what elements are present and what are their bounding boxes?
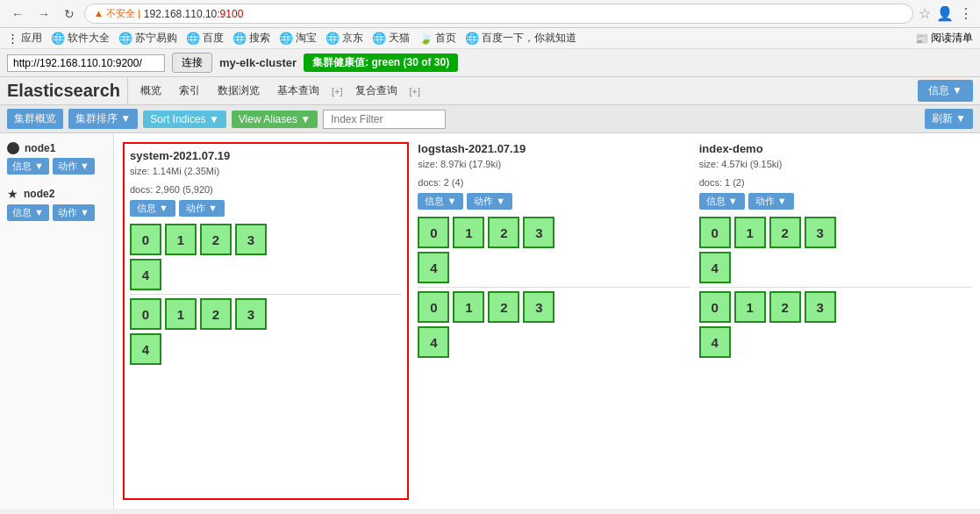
demo-shard-1-r: 1	[734, 291, 766, 323]
shard-row-demo-top: 0 1 2 3	[699, 217, 971, 248]
url-bar[interactable]: ▲ 不安全 | 192.168.110.10:9100	[84, 4, 913, 24]
navigation-bar: Elasticsearch 概览 索引 数据浏览 基本查询 [+] 复合查询 […	[0, 77, 980, 105]
index-system-node1-shards: 0 1 2 3 4	[130, 224, 402, 290]
index-logstash-node2-shards: 0 1 2 3 4	[418, 291, 690, 358]
bookmark-suning[interactable]: 🌐 苏宁易购	[118, 31, 177, 46]
node1-buttons: 信息 ▼ 动作 ▼	[7, 158, 106, 175]
forward-button[interactable]: →	[33, 5, 54, 23]
index-logstash-info-button[interactable]: 信息 ▼	[418, 193, 463, 210]
bookmark-search[interactable]: 🌐 搜索	[232, 31, 270, 46]
bookmark-software-label: 软件大全	[68, 31, 110, 46]
index-system-actions: 信息 ▼ 动作 ▼	[130, 200, 402, 217]
demo-shard-divider	[699, 287, 971, 288]
index-demo-info-button[interactable]: 信息 ▼	[699, 193, 745, 210]
lg-shard-4-r: 4	[418, 326, 449, 358]
demo-shard-4-r: 4	[699, 326, 731, 358]
index-system-docs: docs: 2,960 (5,920)	[130, 182, 402, 197]
shard-row-lg-top: 0 1 2 3	[418, 217, 690, 248]
index-logstash-actions: 信息 ▼ 动作 ▼	[418, 193, 690, 210]
shard-1: 1	[165, 224, 197, 255]
browser-menu-button[interactable]: ⋮	[959, 5, 973, 22]
tab-browse[interactable]: 数据浏览	[209, 79, 268, 103]
index-system-info-button[interactable]: 信息 ▼	[130, 200, 175, 217]
index-system-action-button[interactable]: 动作 ▼	[179, 200, 225, 217]
index-demo-node2-shards: 0 1 2 3 4	[699, 291, 971, 358]
sidebar-item-node1: node1 信息 ▼ 动作 ▼	[7, 142, 106, 175]
demo-shard-0-r: 0	[699, 291, 731, 323]
index-demo-node1-shards: 0 1 2 3 4	[699, 217, 971, 283]
shard-0: 0	[130, 224, 161, 255]
index-logstash-title: logstash-2021.07.19	[418, 142, 690, 155]
content-area: system-2021.07.19 size: 1.14Mi (2.35Mi) …	[114, 133, 980, 509]
lg-shard-1: 1	[453, 217, 484, 248]
back-button[interactable]: ←	[7, 5, 28, 23]
node2-buttons: 信息 ▼ 动作 ▼	[7, 204, 106, 221]
tab-basic-query[interactable]: 基本查询	[268, 79, 328, 103]
index-system-node2-shards: 0 1 2 3 4	[130, 298, 402, 365]
node2-header: ★ node2	[7, 187, 106, 201]
tianmao-icon: 🌐	[372, 32, 386, 45]
tab-complex-query[interactable]: 复合查询	[347, 79, 406, 103]
toolbar: 集群概览 集群排序 ▼ Sort Indices ▼ View Aliases …	[0, 105, 980, 133]
sort-indices-button[interactable]: Sort Indices ▼	[143, 111, 226, 128]
connect-button[interactable]: 连接	[172, 53, 212, 73]
node2-action-button[interactable]: 动作 ▼	[53, 204, 95, 221]
node1-action-button[interactable]: 动作 ▼	[53, 158, 95, 175]
refresh-button[interactable]: 刷新 ▼	[925, 109, 973, 129]
basic-query-plus[interactable]: [+]	[328, 82, 347, 101]
shard-row-lg-top-2: 0 1 2 3	[418, 291, 690, 323]
tab-overview[interactable]: 概览	[132, 79, 170, 103]
node2-star-icon: ★	[7, 187, 18, 201]
reading-list[interactable]: 📰 阅读清单	[915, 31, 973, 46]
shard-divider	[130, 294, 402, 295]
bookmark-star-button[interactable]: ☆	[919, 5, 931, 22]
bookmark-software[interactable]: 🌐 软件大全	[51, 31, 110, 46]
index-card-system: system-2021.07.19 size: 1.14Mi (2.35Mi) …	[123, 142, 409, 500]
shard-row-bottom: 4	[130, 259, 402, 290]
bookmark-baidu2[interactable]: 🌐 百度一下，你就知道	[465, 31, 576, 46]
lg-shard-0-r: 0	[418, 291, 449, 323]
node2-info-button[interactable]: 信息 ▼	[7, 204, 49, 221]
bookmark-jingdong[interactable]: 🌐 京东	[325, 31, 363, 46]
refresh-button[interactable]: ↻	[60, 5, 79, 23]
url-port: 9100	[220, 8, 244, 20]
demo-shard-3: 3	[805, 217, 836, 248]
cluster-overview-button[interactable]: 集群概览	[7, 109, 63, 129]
info-button[interactable]: 信息 ▼	[918, 80, 973, 102]
bookmark-search-label: 搜索	[249, 31, 270, 46]
bookmark-taobao[interactable]: 🌐 淘宝	[279, 31, 317, 46]
bookmark-baidu-label: 百度	[203, 31, 224, 46]
cluster-sort-button[interactable]: 集群排序 ▼	[68, 109, 138, 129]
sidebar: node1 信息 ▼ 动作 ▼ ★ node2 信息 ▼ 动作 ▼	[0, 133, 114, 509]
shard-row-top-2: 0 1 2 3	[130, 298, 402, 330]
shard-2-r: 2	[200, 298, 232, 330]
search-bk-icon: 🌐	[232, 32, 247, 45]
reading-list-label: 阅读清单	[931, 31, 973, 46]
taobao-icon: 🌐	[279, 32, 293, 45]
index-demo-title: index-demo	[699, 142, 971, 155]
lg-shard-3-r: 3	[523, 291, 554, 323]
demo-shard-3-r: 3	[805, 291, 836, 323]
connect-url-input[interactable]	[7, 54, 165, 72]
shard-0-r: 0	[130, 298, 161, 330]
shard-2: 2	[200, 224, 232, 255]
node1-info-button[interactable]: 信息 ▼	[7, 158, 49, 175]
profile-button[interactable]: 👤	[936, 5, 954, 22]
main-layout: node1 信息 ▼ 动作 ▼ ★ node2 信息 ▼ 动作 ▼ system…	[0, 133, 980, 509]
apps-icon: ⋮	[7, 32, 18, 45]
index-filter-input[interactable]	[323, 110, 446, 129]
index-demo-action-button[interactable]: 动作 ▼	[748, 193, 794, 210]
app-title: Elasticsearch	[7, 77, 128, 104]
shard-row-lg-bottom-2: 4	[418, 326, 690, 358]
health-badge: 集群健康值: green (30 of 30)	[304, 54, 458, 72]
bookmark-jingdong-label: 京东	[342, 31, 363, 46]
index-logstash-action-button[interactable]: 动作 ▼	[467, 193, 512, 210]
tab-index[interactable]: 索引	[170, 79, 209, 103]
view-aliases-button[interactable]: View Aliases ▼	[232, 111, 318, 128]
bookmark-tianmao[interactable]: 🌐 天猫	[372, 31, 410, 46]
complex-query-plus[interactable]: [+]	[406, 82, 425, 101]
bookmark-homepage[interactable]: 🍃 首页	[418, 31, 456, 46]
lg-shard-1-r: 1	[453, 291, 484, 323]
bookmark-baidu[interactable]: 🌐 百度	[186, 31, 224, 46]
bookmark-apps[interactable]: ⋮ 应用	[7, 31, 42, 46]
